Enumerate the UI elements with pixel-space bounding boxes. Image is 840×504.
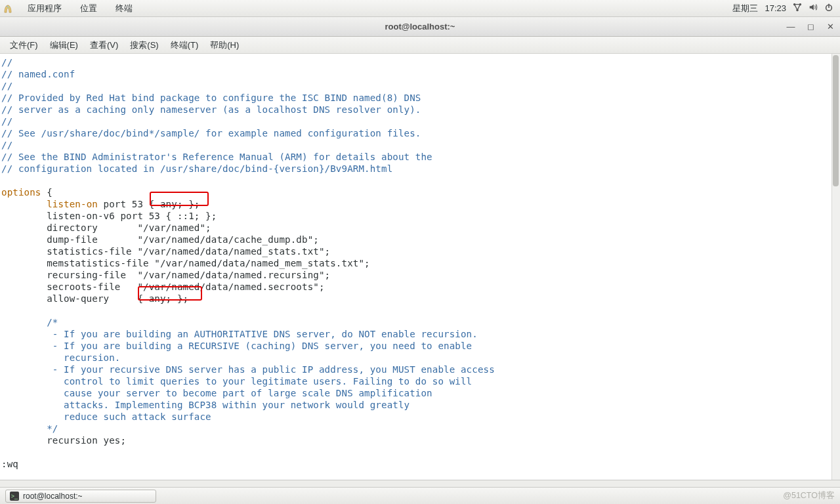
menu-terminal[interactable]: 终端	[112, 3, 136, 14]
window-titlebar[interactable]: root@localhost:~ — ◻ ✕	[0, 17, 840, 37]
taskbar-terminal-button[interactable]: >_ root@localhost:~	[5, 490, 156, 503]
network-icon[interactable]	[793, 3, 802, 14]
indent	[1, 199, 47, 209]
config-line: recursing-file "/var/named/data/named.re…	[1, 270, 330, 280]
window-minimize-button[interactable]: —	[786, 22, 795, 32]
clock-time[interactable]: 17:23	[765, 3, 786, 13]
listen-on-keyword: listen-on	[47, 199, 98, 209]
top-panel-left: 应用程序 位置 终端	[3, 3, 136, 14]
menu-places[interactable]: 位置	[76, 3, 101, 14]
config-line: directory "/var/named";	[1, 222, 211, 233]
brace: {	[41, 187, 52, 198]
config-line: allow-query { any; };	[1, 293, 188, 304]
block-comment: cause your server to become part of larg…	[1, 388, 432, 398]
comment-line: // See the BIND Administrator's Referenc…	[1, 152, 432, 162]
comment-line: // server as a caching only nameserver (…	[1, 104, 421, 115]
block-comment: recursion.	[1, 352, 120, 363]
listen-on-value: port 53 { any; };	[98, 199, 200, 209]
block-comment: - If you are building a RECURSIVE (cachi…	[1, 341, 472, 351]
clock-day[interactable]: 星期三	[732, 3, 758, 14]
terminal-window: root@localhost:~ — ◻ ✕ 文件(F) 编辑(E) 查看(V)…	[0, 17, 840, 480]
taskbar-button-label: root@localhost:~	[23, 492, 83, 501]
comment-line: //	[1, 81, 12, 91]
editor-content[interactable]: // // named.conf // // Provided by Red H…	[0, 54, 840, 480]
comment-line: // named.conf	[1, 69, 75, 79]
vertical-scrollbar[interactable]	[831, 54, 840, 480]
svg-point-1	[8, 7, 9, 8]
config-line: statistics-file "/var/named/data/named_s…	[1, 246, 330, 257]
menu-edit[interactable]: 编辑(E)	[44, 39, 84, 51]
block-comment: */	[1, 423, 58, 434]
menu-terminal-item[interactable]: 终端(T)	[165, 39, 205, 51]
menu-search[interactable]: 搜索(S)	[124, 39, 164, 51]
editor-area[interactable]: // // named.conf // // Provided by Red H…	[0, 54, 840, 480]
block-comment: /*	[1, 317, 58, 327]
config-line: recursion yes;	[1, 435, 126, 446]
block-comment: - If you are building an AUTHORITATIVE D…	[1, 329, 478, 339]
volume-icon[interactable]	[808, 3, 818, 14]
terminal-icon: >_	[10, 492, 19, 501]
comment-line: // configuration located in /usr/share/d…	[1, 163, 392, 174]
menu-view[interactable]: 查看(V)	[84, 39, 124, 51]
comment-line: //	[1, 116, 12, 127]
block-comment: - If your recursive DNS server has a pub…	[1, 364, 495, 375]
menu-applications[interactable]: 应用程序	[24, 3, 66, 14]
desktop-taskbar: >_ root@localhost:~ @51CTO博客	[0, 487, 840, 504]
options-keyword: options	[1, 187, 41, 198]
ex-command: :wq	[1, 459, 18, 469]
config-line: listen-on-v6 port 53 { ::1; };	[1, 211, 217, 221]
comment-line: //	[1, 57, 12, 68]
desktop-top-panel: 应用程序 位置 终端 星期三 17:23	[0, 0, 840, 17]
window-maximize-button[interactable]: ◻	[806, 22, 815, 32]
menu-file[interactable]: 文件(F)	[4, 39, 44, 51]
config-line: secroots-file "/var/named/data/named.sec…	[1, 282, 325, 292]
svg-point-0	[7, 5, 8, 7]
comment-line: //	[1, 140, 12, 150]
scrollbar-thumb[interactable]	[833, 55, 839, 186]
apps-icon[interactable]	[3, 3, 13, 14]
top-panel-right: 星期三 17:23	[732, 3, 837, 14]
comment-line: // See /usr/share/doc/bind*/sample/ for …	[1, 128, 421, 138]
block-comment: attacks. Implementing BCP38 within your …	[1, 400, 410, 410]
watermark-text: @51CTO博客	[783, 490, 835, 501]
block-comment: reduce such attack surface	[1, 411, 211, 422]
config-line: dump-file "/var/named/data/cache_dump.db…	[1, 234, 319, 245]
menu-help[interactable]: 帮助(H)	[204, 39, 245, 51]
comment-line: // Provided by Red Hat bind package to c…	[1, 93, 421, 103]
window-close-button[interactable]: ✕	[826, 22, 835, 32]
window-title: root@localhost:~	[0, 22, 840, 32]
window-menubar: 文件(F) 编辑(E) 查看(V) 搜索(S) 终端(T) 帮助(H)	[0, 37, 840, 54]
block-comment: control to limit queries to your legitim…	[1, 376, 472, 387]
config-line: memstatistics-file "/var/named/data/name…	[1, 258, 370, 268]
power-icon[interactable]	[824, 3, 833, 14]
